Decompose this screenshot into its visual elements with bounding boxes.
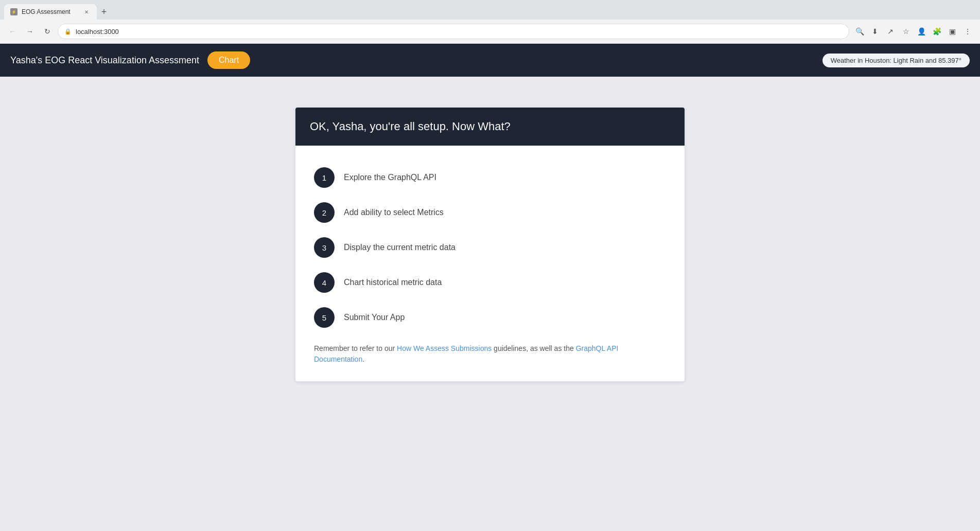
step-text-3: Display the current metric data <box>344 243 456 252</box>
step-text-5: Submit Your App <box>344 313 405 322</box>
url-text: localhost:3000 <box>76 28 843 36</box>
step-number-2: 2 <box>314 202 335 223</box>
new-tab-button[interactable]: + <box>97 5 111 19</box>
address-bar-row: ← → ↻ 🔒 localhost:3000 🔍 ⬇ ↗ ☆ 👤 🧩 ▣ ⋮ <box>0 20 980 43</box>
step-text-1: Explore the GraphQL API <box>344 173 436 182</box>
footer-suffix: . <box>362 355 364 363</box>
forward-button[interactable]: → <box>23 24 37 39</box>
app-body: OK, Yasha, you're all setup. Now What? 1… <box>0 77 980 531</box>
step-item-3: 3 Display the current metric data <box>310 230 670 265</box>
step-number-5: 5 <box>314 307 335 328</box>
tab-favicon: ⚡ <box>10 8 18 15</box>
lock-icon: 🔒 <box>64 28 72 35</box>
more-menu-icon[interactable]: ⋮ <box>960 24 975 39</box>
card-header: OK, Yasha, you're all setup. Now What? <box>295 108 685 146</box>
step-number-4: 4 <box>314 272 335 293</box>
step-text-2: Add ability to select Metrics <box>344 208 444 217</box>
step-text-4: Chart historical metric data <box>344 278 442 287</box>
tab-title: EOG Assessment <box>22 8 71 15</box>
step-number-3: 3 <box>314 237 335 258</box>
lens-icon[interactable]: 🔍 <box>852 24 867 39</box>
save-icon[interactable]: ⬇ <box>868 24 882 39</box>
step-item-1: 1 Explore the GraphQL API <box>310 160 670 195</box>
how-we-assess-link[interactable]: How We Assess Submissions <box>397 344 492 352</box>
tab-bar: ⚡ EOG Assessment ✕ + <box>0 0 980 20</box>
step-item-4: 4 Chart historical metric data <box>310 265 670 300</box>
sidebar-icon[interactable]: ▣ <box>945 24 959 39</box>
footer-text: Remember to refer to our How We Assess S… <box>310 343 670 365</box>
step-number-1: 1 <box>314 167 335 188</box>
steps-list: 1 Explore the GraphQL API 2 Add ability … <box>310 160 670 335</box>
card-body: 1 Explore the GraphQL API 2 Add ability … <box>295 146 685 381</box>
toolbar-icons: 🔍 ⬇ ↗ ☆ 👤 🧩 ▣ ⋮ <box>852 24 975 39</box>
weather-badge: Weather in Houston: Light Rain and 85.39… <box>822 54 970 67</box>
footer-middle: guidelines, as well as the <box>492 344 575 352</box>
step-item-2: 2 Add ability to select Metrics <box>310 195 670 230</box>
app-header: Yasha's EOG React Visualization Assessme… <box>0 44 980 77</box>
address-bar[interactable]: 🔒 localhost:3000 <box>58 24 849 39</box>
account-icon[interactable]: 👤 <box>914 24 929 39</box>
chart-button[interactable]: Chart <box>207 51 250 69</box>
footer-prefix: Remember to refer to our <box>314 344 397 352</box>
back-button[interactable]: ← <box>5 24 20 39</box>
app-title: Yasha's EOG React Visualization Assessme… <box>10 55 199 66</box>
card-heading: OK, Yasha, you're all setup. Now What? <box>310 120 670 133</box>
main-card: OK, Yasha, you're all setup. Now What? 1… <box>295 108 685 381</box>
reload-button[interactable]: ↻ <box>40 24 55 39</box>
tab-close-button[interactable]: ✕ <box>82 8 91 16</box>
extensions-icon[interactable]: 🧩 <box>930 24 944 39</box>
bookmark-icon[interactable]: ☆ <box>899 24 913 39</box>
active-tab[interactable]: ⚡ EOG Assessment ✕ <box>4 4 97 20</box>
share-icon[interactable]: ↗ <box>883 24 898 39</box>
step-item-5: 5 Submit Your App <box>310 300 670 335</box>
browser-chrome: ⚡ EOG Assessment ✕ + ← → ↻ 🔒 localhost:3… <box>0 0 980 44</box>
